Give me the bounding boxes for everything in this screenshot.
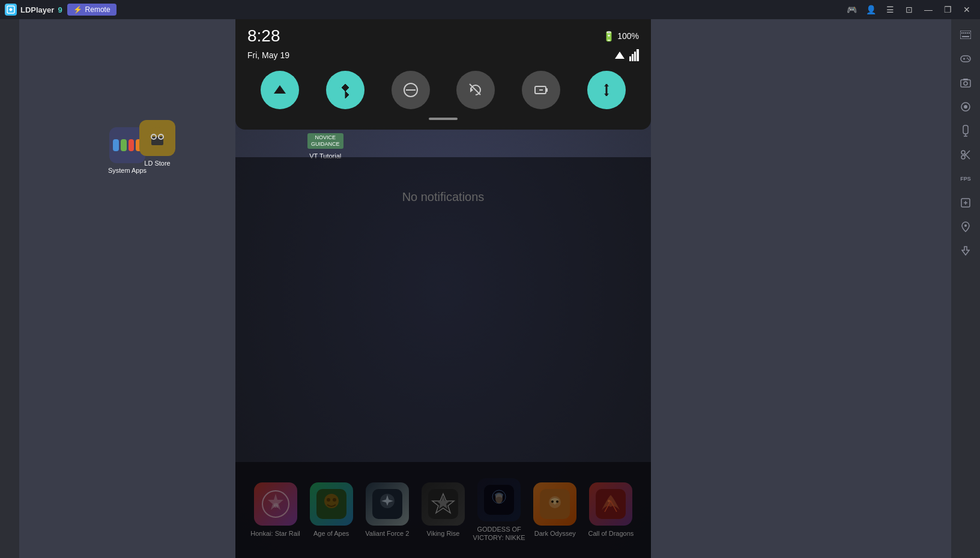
fps-tool[interactable]: FPS	[955, 168, 976, 190]
expand-tool[interactable]	[955, 240, 976, 262]
svg-rect-2	[151, 137, 163, 145]
right-sidebar: FPS	[951, 19, 980, 558]
keyboard-tool[interactable]	[955, 24, 976, 46]
maximize-button[interactable]: ❐	[939, 3, 956, 16]
status-bar: 8:28 🔋 100%	[247, 26, 639, 46]
svg-rect-44	[963, 32, 964, 34]
battery-section: 🔋 100%	[603, 31, 639, 42]
signal-icons	[614, 49, 639, 61]
svg-rect-8	[634, 52, 636, 61]
resize-tool[interactable]	[955, 192, 976, 214]
date-display: Fri, May 19	[247, 50, 289, 60]
rotate-quick-btn[interactable]	[456, 71, 495, 109]
app-title: LDPlayer	[20, 5, 54, 14]
menu-icon[interactable]: ☰	[882, 3, 898, 16]
svg-rect-56	[963, 79, 968, 80]
svg-point-69	[964, 224, 967, 227]
svg-rect-45	[965, 32, 966, 34]
wifi-quick-btn[interactable]	[261, 71, 299, 109]
svg-rect-43	[961, 32, 963, 34]
svg-marker-20	[604, 84, 609, 86]
main-layout: System Apps LD Store NOVICEGUIDANC	[0, 19, 980, 558]
left-panel: System Apps LD Store	[19, 19, 235, 558]
svg-point-55	[964, 82, 967, 85]
notification-shade[interactable]: 8:28 🔋 100% Fri, May 19	[235, 19, 651, 130]
svg-marker-10	[274, 85, 286, 94]
date-signal-row: Fri, May 19	[247, 49, 639, 61]
quick-settings	[247, 71, 639, 109]
svg-rect-59	[963, 125, 968, 134]
wifi-signal-icon	[614, 50, 626, 60]
shake-tool[interactable]	[955, 120, 976, 142]
scissors-tool[interactable]	[955, 144, 976, 166]
svg-rect-17	[546, 88, 548, 92]
battery-saver-quick-btn[interactable]	[522, 71, 560, 109]
bluetooth-quick-btn[interactable]	[326, 71, 364, 109]
ld-store-label: LD Store	[144, 160, 170, 167]
system-apps-label: System Apps	[108, 167, 147, 174]
svg-marker-21	[604, 94, 609, 96]
title-bar-left: LDPlayer 9 ⚡ Remote	[5, 4, 116, 16]
svg-point-52	[967, 58, 968, 59]
app-version: 9	[58, 5, 62, 14]
window-size-icon[interactable]: ⊡	[901, 3, 918, 16]
svg-rect-46	[967, 32, 968, 34]
record-tool[interactable]	[955, 96, 976, 118]
svg-rect-9	[637, 49, 639, 61]
svg-rect-48	[962, 36, 969, 37]
time-display: 8:28	[247, 26, 280, 46]
close-button[interactable]: ✕	[958, 3, 975, 16]
notification-overlay[interactable]	[235, 157, 651, 558]
gamepad-title-icon[interactable]: 🎮	[843, 3, 860, 16]
left-sidebar	[0, 19, 19, 558]
svg-rect-54	[961, 80, 970, 87]
gamepad-tool[interactable]	[955, 48, 976, 70]
data-toggle-quick-btn[interactable]	[587, 71, 626, 109]
cellular-signal-icon	[629, 49, 639, 61]
title-bar: LDPlayer 9 ⚡ Remote 🎮 👤 ☰ ⊡ — ❐ ✕	[0, 0, 980, 19]
svg-rect-42	[960, 31, 971, 39]
app-logo-icon	[5, 4, 17, 16]
novice-badge: NOVICEGUIDANCE	[307, 133, 343, 149]
vt-tutorial-icon[interactable]: NOVICEGUIDANCE VT Tutorial	[307, 133, 343, 160]
title-bar-controls: 🎮 👤 ☰ ⊡ — ❐ ✕	[843, 3, 975, 16]
emulator-area: System Apps LD Store NOVICEGUIDANC	[19, 19, 951, 558]
svg-rect-7	[632, 54, 634, 61]
minimize-button[interactable]: —	[920, 3, 937, 16]
svg-point-53	[968, 59, 969, 60]
account-icon[interactable]: 👤	[862, 3, 879, 16]
screenshot-tool[interactable]	[955, 72, 976, 94]
svg-rect-49	[961, 56, 970, 62]
app-logo: LDPlayer 9	[5, 4, 62, 16]
svg-rect-6	[629, 56, 631, 61]
svg-rect-47	[969, 32, 970, 34]
shade-handle[interactable]	[429, 118, 458, 120]
svg-marker-5	[615, 52, 625, 59]
svg-point-58	[964, 105, 967, 109]
battery-icon: 🔋	[603, 31, 615, 42]
remote-label: Remote	[85, 5, 110, 14]
battery-percent: 100%	[617, 31, 639, 41]
remote-button[interactable]: ⚡ Remote	[67, 4, 116, 16]
location-tool[interactable]	[955, 216, 976, 238]
ld-store-icon[interactable]: LD Store	[133, 120, 181, 167]
dnd-quick-btn[interactable]	[392, 71, 430, 109]
remote-icon: ⚡	[73, 5, 82, 14]
